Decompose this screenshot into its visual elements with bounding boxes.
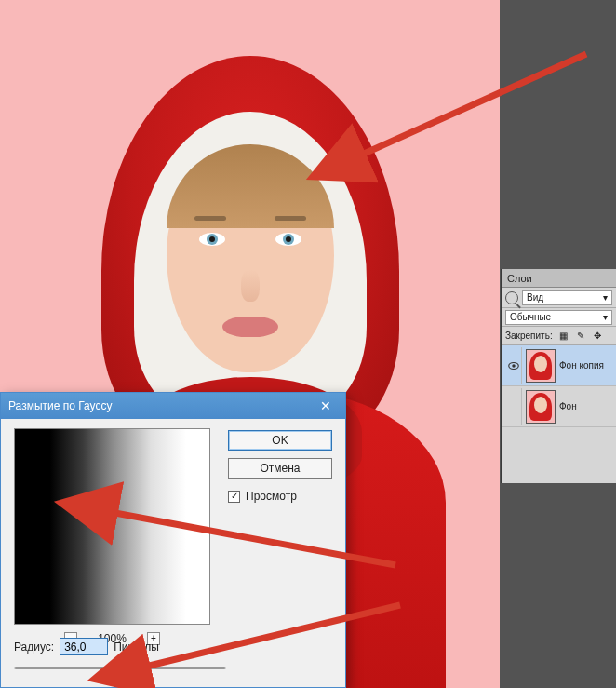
blend-mode-select[interactable]: Обычные ▾: [505, 310, 612, 325]
preview-checkbox-row: ✓ Просмотр: [228, 490, 332, 503]
search-icon: [505, 291, 518, 304]
close-button[interactable]: ✕: [314, 397, 338, 415]
blend-mode-value: Обычные: [510, 312, 551, 322]
preview-label: Просмотр: [246, 490, 297, 503]
ok-label: OK: [272, 434, 288, 447]
layer-row[interactable]: Фон копия: [502, 345, 616, 386]
filter-type-select[interactable]: Вид ▾: [522, 290, 612, 305]
radius-input[interactable]: [60, 638, 108, 655]
svg-point-1: [512, 364, 516, 368]
gaussian-blur-dialog: Размытие по Гауссу ✕ − 100% + OK Отмена …: [0, 392, 346, 688]
lock-row: Закрепить: ▦ ✎ ✥: [502, 327, 616, 345]
cancel-button[interactable]: Отмена: [228, 458, 332, 479]
lock-label: Закрепить:: [505, 331, 553, 341]
chevron-down-icon: ▾: [603, 292, 608, 303]
lock-transparency-icon[interactable]: ▦: [558, 331, 569, 342]
layers-tab[interactable]: Слои: [502, 269, 616, 288]
dialog-titlebar[interactable]: Размытие по Гауссу ✕: [1, 393, 345, 419]
layer-name: Фон копия: [559, 360, 604, 371]
layers-tab-label: Слои: [507, 273, 532, 284]
radius-unit: Пикселы: [114, 641, 159, 654]
check-icon: ✓: [231, 492, 238, 501]
chevron-down-icon: ▾: [603, 312, 608, 322]
eye-icon: [507, 359, 520, 372]
radius-slider[interactable]: [14, 661, 226, 674]
filter-type-value: Вид: [527, 292, 543, 303]
lock-position-icon[interactable]: ✥: [592, 331, 603, 342]
layer-thumbnail: [526, 349, 556, 383]
close-icon: ✕: [320, 398, 331, 413]
layer-thumbnail: [526, 390, 556, 424]
layers-panel: Слои Вид ▾ Обычные ▾ Закрепить: ▦ ✎ ✥ Фо…: [501, 269, 616, 483]
slider-thumb[interactable]: [119, 661, 128, 674]
blend-mode-row: Обычные ▾: [502, 308, 616, 327]
preview-checkbox[interactable]: ✓: [228, 491, 240, 503]
cancel-label: Отмена: [260, 462, 300, 475]
lock-pixels-icon[interactable]: ✎: [575, 331, 586, 342]
dialog-body: − 100% + OK Отмена ✓ Просмотр Радиус: Пи…: [1, 419, 345, 687]
filter-preview[interactable]: [14, 428, 210, 625]
layer-row[interactable]: Фон: [502, 386, 616, 427]
radius-row: Радиус: Пикселы: [14, 638, 159, 655]
layers-filter-row: Вид ▾: [502, 288, 616, 308]
radius-label: Радиус:: [14, 641, 54, 654]
layer-name: Фон: [559, 401, 577, 411]
visibility-toggle[interactable]: [505, 388, 522, 425]
ok-button[interactable]: OK: [228, 430, 332, 451]
visibility-toggle[interactable]: [505, 347, 522, 384]
dialog-title: Размытие по Гауссу: [8, 399, 112, 412]
